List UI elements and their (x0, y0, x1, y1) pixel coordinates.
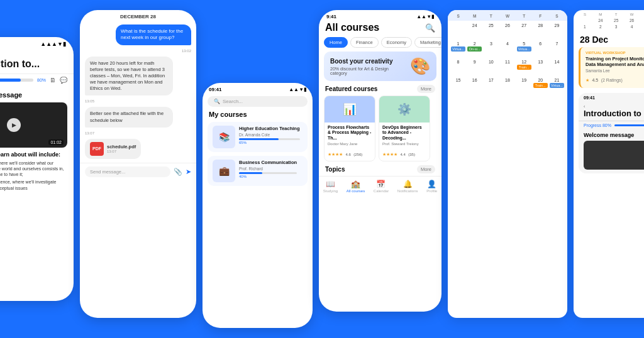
agenda-event-1[interactable]: VIRTUAL WORKSHOP Training on Project Mon… (579, 47, 644, 88)
progress-bar (0, 79, 21, 82)
nav-profile[interactable]: 👤 Profile (426, 180, 437, 193)
a-cell-4[interactable]: 4 (625, 24, 640, 30)
chat-area[interactable]: What is the schedule for the next week i… (80, 21, 196, 163)
send-icon[interactable]: ➤ (186, 168, 191, 176)
cal-cell-27[interactable]: 27 (516, 22, 532, 40)
nav-all-courses[interactable]: 🏫 All courses (347, 180, 365, 193)
message-input[interactable]: Send message... (85, 166, 170, 177)
back-row[interactable]: ‹ (0, 51, 67, 58)
status-bar-3: 09:41 ▲▲ ▾ ▮ (203, 83, 313, 94)
a-cell-2[interactable]: 2 (593, 24, 608, 30)
my-course-1[interactable]: 📚 Higher Education Teaching Dr. Amanda C… (208, 122, 308, 152)
topics-more-button[interactable]: More (417, 165, 435, 173)
a-day-m: M (593, 13, 608, 16)
status-bar-4: 9:41 ▲▲ ▾ ▮ (319, 10, 441, 21)
featured-course-1[interactable]: 📊 Process Flowcharts & Process Mapping -… (324, 95, 375, 161)
a-cell-1[interactable]: 1 (577, 24, 592, 30)
cal-cell-17[interactable]: 17 (483, 77, 499, 94)
cal-cell-12[interactable]: 12Train... (516, 58, 532, 76)
time-sent-1: 13:02 (182, 49, 191, 53)
cal-cell-28[interactable]: 28 (533, 22, 548, 40)
attach-icon[interactable]: 📎 (174, 168, 182, 176)
nav-calendar[interactable]: 📅 Calendar (374, 180, 389, 193)
all-courses-title: All courses (325, 22, 379, 33)
search-bar-3[interactable]: 🔍 Search... (208, 96, 308, 107)
nav-notifications[interactable]: 🔔 Notifications (397, 180, 418, 193)
status-bar-1: 9:41 ▲▲▲ ▾ ▮ (0, 37, 74, 48)
cal-cell-16[interactable]: 16 (467, 77, 482, 94)
cal-cell-8[interactable]: 8 (450, 58, 466, 76)
cal-cell-10[interactable]: 10 (483, 58, 499, 76)
cal-cell-25[interactable]: 25 (483, 22, 499, 40)
course-rating-2: ★★★★ 4.4 (35) (382, 147, 426, 158)
course-name-2: Business Communication (239, 160, 297, 165)
cal-cell-26[interactable]: 26 (499, 22, 515, 40)
phone5-video-thumb (584, 141, 644, 170)
video-thumbnail[interactable]: ▶ 01:02 (0, 102, 67, 148)
a-cell-26[interactable]: 26 (625, 18, 640, 23)
featured-course-2[interactable]: ⚙️ DevOps Beginners to Advanced - Decodi… (379, 95, 430, 161)
tab-marketing[interactable]: Marketing (414, 37, 441, 48)
phone5-progress-row: Progress 80% (579, 121, 644, 129)
chat-icon[interactable]: 💬 (60, 77, 67, 84)
cal-cell-4[interactable]: 4 (499, 40, 515, 58)
cal-cell-15[interactable]: 15 (450, 77, 466, 94)
cal-cell-6[interactable]: 6 (533, 40, 548, 58)
prog-pct-1: 65% (239, 141, 300, 144)
a-cell[interactable] (577, 18, 592, 23)
bubble-recv-1: We have 20 hours left for math before te… (85, 57, 173, 96)
tab-economy[interactable]: Economy (381, 37, 412, 48)
cal-cell-3[interactable]: 3 (483, 40, 499, 58)
nav-studying[interactable]: 📖 Studying (323, 180, 338, 193)
calendar-grid: 24 25 26 27 28 29 1Virtua... 2On-si... 3… (448, 21, 567, 95)
a-day-s1: S (577, 13, 592, 16)
cal-cell-24[interactable]: 24 (467, 22, 482, 40)
cal-cell-13[interactable]: 13 (533, 58, 548, 76)
document-icon[interactable]: 🗎 (50, 77, 56, 84)
search-icon-3: 🔍 (214, 99, 220, 104)
cal-cell-29[interactable]: 29 (549, 22, 565, 40)
file-time: 13:07 (107, 150, 136, 153)
cal-cell-1[interactable]: 1Virtua... (450, 40, 466, 58)
cal-cell-21[interactable]: 21Virtua... (549, 77, 565, 94)
cal-cell-14[interactable]: 14 (549, 58, 565, 76)
phone-5-preview: 09:41 ▲▲ ▾ ▮ ‹ Introduction to Progress … (579, 93, 644, 173)
a-cell-3[interactable]: 3 (609, 24, 624, 30)
cal-cell-5[interactable]: 5Virtua... (516, 40, 532, 58)
promo-banner[interactable]: Boost your creativity 20% discount for A… (324, 52, 436, 81)
phone-all-courses: 9:41 ▲▲ ▾ ▮ All courses 🔍 Home Finance E… (319, 10, 441, 312)
my-course-2[interactable]: 💼 Business Communication Prof. Richard 4… (208, 156, 308, 186)
tab-finance[interactable]: Finance (350, 37, 379, 48)
search-icon-4[interactable]: 🔍 (425, 23, 435, 33)
nav-all-courses-label: All courses (347, 189, 365, 193)
cal-cell-20[interactable]: 20Train... (533, 77, 548, 94)
play-button[interactable]: ▶ (7, 118, 21, 132)
prog-bar-2 (239, 172, 297, 174)
bell-icon: 🔔 (403, 180, 413, 188)
day-s1: S (450, 13, 466, 19)
cal-cell[interactable] (450, 22, 466, 40)
cal-cell-7[interactable]: 7 (549, 40, 565, 58)
more-button[interactable]: More (417, 85, 435, 93)
a-cell-24[interactable]: 24 (593, 18, 608, 23)
tab-home[interactable]: Home (324, 37, 348, 48)
cal-cell-2[interactable]: 2On-si... (467, 40, 482, 58)
a-cell-27[interactable]: 27 (640, 18, 644, 23)
learn-item-1: ✓ Epistemology, where we'll consider wha… (0, 160, 67, 177)
time-5: 09:41 (584, 95, 595, 101)
cal-cell-18[interactable]: 18 (499, 77, 515, 94)
time-recv-2: 13:07 (85, 131, 94, 135)
cal-cell-11[interactable]: 11 (499, 58, 515, 76)
search-placeholder: Search... (223, 99, 243, 104)
day-w: W (499, 13, 515, 19)
nav-notif-label: Notifications (397, 189, 418, 193)
course-thumb-1: 📚 (213, 126, 235, 148)
file-attachment[interactable]: PDF schedule.pdf 13:07 (85, 139, 141, 159)
a-cell-25[interactable]: 25 (609, 18, 624, 23)
a-day-t2: T (640, 13, 644, 16)
calendar-day-headers: S M T W T F S (448, 10, 567, 21)
cal-cell-19[interactable]: 19 (516, 77, 532, 94)
banner-sub: 20% discount for Art & Design category (330, 67, 406, 75)
a-cell-5[interactable]: 5 (640, 24, 644, 30)
cal-cell-9[interactable]: 9 (467, 58, 482, 76)
